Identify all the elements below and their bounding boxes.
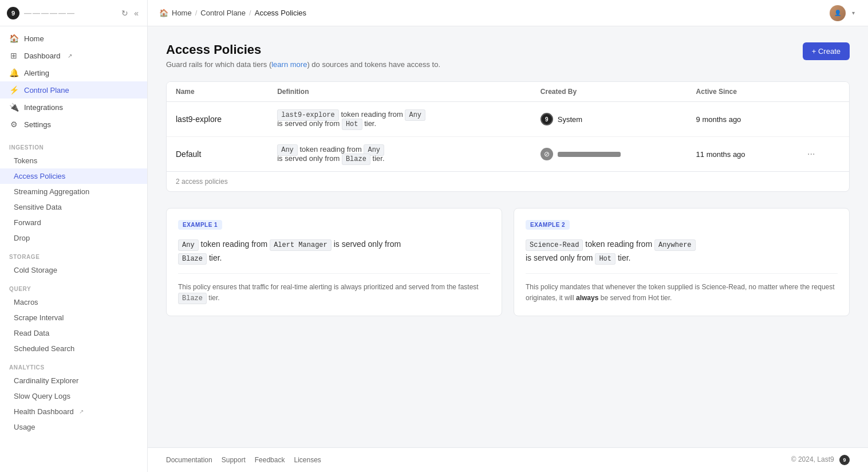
example-card-1: EXAMPLE 1 Any token reading from Alert M… [166,208,502,316]
policy-definition-2: Any token reading from Any is served onl… [277,145,384,163]
sidebar-label-alerting: Alerting [24,69,49,77]
footer-link-support[interactable]: Support [222,456,246,464]
col-active-since: Active Since [687,82,794,102]
app-logo: 9 —————— [7,7,76,19]
example-badge-2: EXAMPLE 2 [526,220,570,230]
sidebar-item-macros[interactable]: Macros [0,294,147,310]
example-policy-2: Science-Read token reading from Anywhere… [526,238,838,265]
sidebar-item-health-dashboard[interactable]: Health Dashboard ↗ [0,404,147,419]
policy-actions-cell-2: ··· [794,137,849,172]
breadcrumb-current: Access Policies [255,9,306,17]
avatar[interactable]: 👤 [830,5,846,21]
policies-table-container: Name Definition Created By Active Since … [166,81,850,192]
control-plane-icon: ⚡ [9,85,18,95]
cold-storage-label: Cold Storage [14,266,57,274]
sidebar: 9 —————— ↻ « 🏠 Home ⊞ Dashboard ↗ 🔔 Aler… [0,0,148,472]
breadcrumb-home[interactable]: Home [172,9,192,17]
example-badge-1: EXAMPLE 1 [178,220,222,230]
collapse-icon[interactable]: « [132,7,140,19]
query-section: QUERY Macros Scrape Interval Read Data S… [0,278,147,356]
sidebar-item-read-data[interactable]: Read Data [0,325,147,341]
active-since-value: 9 months ago [696,115,741,124]
sidebar-item-dashboard[interactable]: ⊞ Dashboard ↗ [0,47,147,64]
sidebar-item-alerting[interactable]: 🔔 Alerting [0,64,147,81]
def-code-blaze: Blaze [342,154,370,165]
policy-name: last9-explore [176,115,222,124]
col-name: Name [167,82,268,102]
ex1-code1: Any [178,239,199,251]
refresh-icon[interactable]: ↻ [120,7,130,19]
sidebar-item-settings[interactable]: ⚙ Settings [0,116,147,133]
ex1-code2: Alert Manager [270,239,332,251]
scrape-interval-label: Scrape Interval [14,313,64,322]
breadcrumb-home-icon: 🏠 [159,9,168,17]
health-ext-icon: ↗ [79,408,84,415]
example-desc-2: This policy mandates that whenever the t… [526,273,838,304]
more-actions-button[interactable]: ··· [803,147,819,162]
sidebar-label-integrations: Integrations [24,103,63,112]
sidebar-item-forward[interactable]: Forward [0,215,147,230]
ex2-code3: Hot [595,253,616,265]
sidebar-item-tokens[interactable]: Tokens [0,153,147,168]
user-menu-chevron[interactable]: ▾ [850,8,857,18]
sidebar-item-usage[interactable]: Usage [0,419,147,435]
sidebar-item-sensitive-data[interactable]: Sensitive Data [0,199,147,215]
policy-name-cell: last9-explore [167,102,268,137]
sidebar-item-scrape-interval[interactable]: Scrape Interval [0,310,147,325]
sidebar-item-home[interactable]: 🏠 Home [0,30,147,47]
def-code-hot: Hot [342,119,362,130]
create-button[interactable]: + Create [803,42,850,60]
topbar: 🏠 Home / Control Plane / Access Policies… [148,0,868,26]
table-row: last9-explore last9-explore token readin… [167,102,849,137]
page-title: Access Policies [166,42,440,57]
macros-label: Macros [14,298,38,306]
example-policy-1: Any token reading from Alert Manager is … [178,238,490,265]
breadcrumb-control-plane[interactable]: Control Plane [200,9,246,17]
system-avatar: 9 [540,113,553,125]
sidebar-item-scheduled-search[interactable]: Scheduled Search [0,341,147,356]
footer-link-licenses[interactable]: Licenses [294,456,321,464]
sidebar-item-integrations[interactable]: 🔌 Integrations [0,99,147,116]
ex2-code1: Science-Read [526,239,583,251]
query-label: QUERY [0,278,147,294]
logo-text: —————— [24,9,76,17]
ext-icon: ↗ [68,53,72,59]
policy-def-cell-2: Any token reading from Any is served onl… [268,137,531,172]
table-body: last9-explore last9-explore token readin… [167,102,849,172]
policy-active-cell: 9 months ago [687,102,794,137]
sidebar-item-streaming-aggregation[interactable]: Streaming Aggregation [0,184,147,199]
policy-def-cell: last9-explore token reading from Any is … [268,102,531,137]
forward-label: Forward [14,218,41,227]
inner-content: Access Policies Guard rails for which da… [166,42,850,316]
sidebar-item-slow-query-logs[interactable]: Slow Query Logs [0,388,147,404]
col-actions [794,82,849,102]
main-nav: 🏠 Home ⊞ Dashboard ↗ 🔔 Alerting ⚡ Contro… [0,26,147,136]
policy-definition: last9-explore token reading from Any is … [277,110,425,128]
sidebar-item-control-plane[interactable]: ⚡ Control Plane [0,81,147,99]
sidebar-header: 9 —————— ↻ « [0,0,147,26]
settings-icon: ⚙ [9,120,18,129]
sidebar-item-cardinality-explorer[interactable]: Cardinality Explorer [0,373,147,388]
sidebar-item-cold-storage[interactable]: Cold Storage [0,262,147,278]
policy-actions-cell [794,102,849,137]
footer-link-documentation[interactable]: Documentation [166,456,212,464]
table-footer: 2 access policies [167,171,849,191]
avatar-img: 👤 [834,10,841,16]
analytics-label: ANALYTICS [0,356,147,373]
ingestion-label: INGESTION [0,136,147,153]
policy-active-cell-2: 11 months ago [687,137,794,172]
col-created-by: Created By [531,82,687,102]
scheduled-search-label: Scheduled Search [14,344,74,353]
integrations-icon: 🔌 [9,103,18,112]
home-icon: 🏠 [9,34,18,43]
blocked-icon: ⊘ [540,148,553,160]
table-header: Name Definition Created By Active Since [167,82,849,102]
page-header-text: Access Policies Guard rails for which da… [166,42,440,69]
footer-links: Documentation Support Feedback Licenses [166,456,321,464]
sidebar-item-access-policies[interactable]: Access Policies [0,168,147,184]
learn-more-link[interactable]: learn more [271,60,307,69]
streaming-aggregation-label: Streaming Aggregation [14,187,89,196]
sidebar-item-drop[interactable]: Drop [0,230,147,246]
footer-logo: 9 [839,455,850,465]
footer-link-feedback[interactable]: Feedback [255,456,285,464]
